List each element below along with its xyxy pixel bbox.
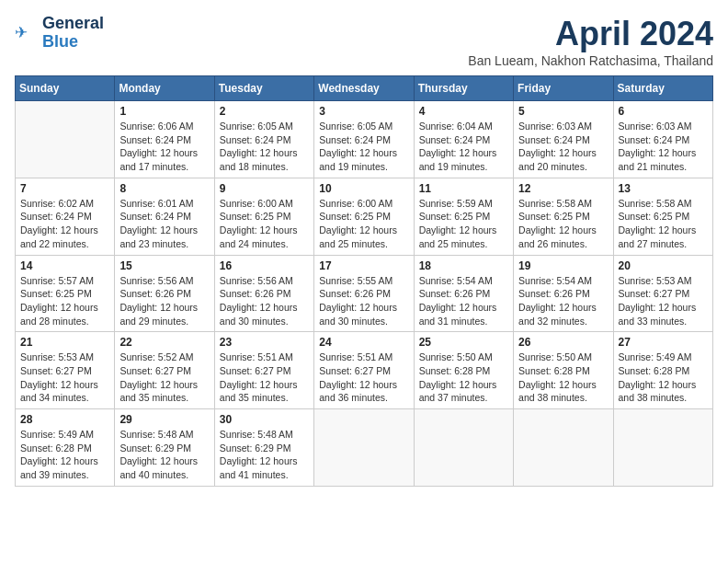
calendar-cell <box>314 409 414 487</box>
day-number: 28 <box>20 413 109 426</box>
calendar-cell <box>16 101 115 178</box>
weekday-header-friday: Friday <box>514 76 613 101</box>
weekday-header-saturday: Saturday <box>613 76 712 101</box>
cell-info: Sunrise: 6:05 AM Sunset: 6:24 PM Dayligh… <box>319 120 408 174</box>
calendar-cell: 25Sunrise: 5:50 AM Sunset: 6:28 PM Dayli… <box>414 332 513 409</box>
calendar-cell <box>514 409 613 487</box>
calendar-week-3: 21Sunrise: 5:53 AM Sunset: 6:27 PM Dayli… <box>16 332 713 409</box>
calendar-cell: 11Sunrise: 5:59 AM Sunset: 6:25 PM Dayli… <box>414 178 513 255</box>
logo: ✈ General Blue <box>15 15 104 52</box>
cell-info: Sunrise: 6:01 AM Sunset: 6:24 PM Dayligh… <box>119 197 209 251</box>
calendar-cell: 14Sunrise: 5:57 AM Sunset: 6:25 PM Dayli… <box>16 255 115 332</box>
day-number: 19 <box>518 259 608 272</box>
cell-info: Sunrise: 6:03 AM Sunset: 6:24 PM Dayligh… <box>518 120 608 174</box>
calendar-cell <box>414 409 513 487</box>
day-number: 9 <box>220 182 309 195</box>
day-number: 27 <box>619 336 708 349</box>
day-number: 3 <box>319 105 408 118</box>
cell-info: Sunrise: 5:58 AM Sunset: 6:25 PM Dayligh… <box>518 197 608 251</box>
cell-info: Sunrise: 5:49 AM Sunset: 6:28 PM Dayligh… <box>619 350 708 405</box>
location: Ban Lueam, Nakhon Ratchasima, Thailand <box>468 53 713 68</box>
cell-info: Sunrise: 5:54 AM Sunset: 6:26 PM Dayligh… <box>518 274 608 328</box>
calendar-cell: 26Sunrise: 5:50 AM Sunset: 6:28 PM Dayli… <box>514 332 613 409</box>
cell-info: Sunrise: 6:00 AM Sunset: 6:25 PM Dayligh… <box>319 197 408 251</box>
day-number: 17 <box>319 259 408 272</box>
calendar-cell: 24Sunrise: 5:51 AM Sunset: 6:27 PM Dayli… <box>314 332 414 409</box>
calendar-cell: 18Sunrise: 5:54 AM Sunset: 6:26 PM Dayli… <box>414 255 513 332</box>
cell-info: Sunrise: 5:53 AM Sunset: 6:27 PM Dayligh… <box>20 350 109 405</box>
calendar-cell: 19Sunrise: 5:54 AM Sunset: 6:26 PM Dayli… <box>514 255 613 332</box>
calendar-week-4: 28Sunrise: 5:49 AM Sunset: 6:28 PM Dayli… <box>16 409 713 487</box>
cell-info: Sunrise: 6:06 AM Sunset: 6:24 PM Dayligh… <box>119 120 209 174</box>
calendar-cell: 10Sunrise: 6:00 AM Sunset: 6:25 PM Dayli… <box>314 178 414 255</box>
weekday-header-thursday: Thursday <box>414 76 513 101</box>
calendar-cell: 21Sunrise: 5:53 AM Sunset: 6:27 PM Dayli… <box>16 332 115 409</box>
cell-info: Sunrise: 6:02 AM Sunset: 6:24 PM Dayligh… <box>20 197 109 251</box>
weekday-header-sunday: Sunday <box>16 76 115 101</box>
day-number: 11 <box>419 182 508 195</box>
logo-blue: Blue <box>42 33 104 52</box>
cell-info: Sunrise: 5:59 AM Sunset: 6:25 PM Dayligh… <box>419 197 508 251</box>
day-number: 4 <box>419 105 508 118</box>
calendar-cell: 29Sunrise: 5:48 AM Sunset: 6:29 PM Dayli… <box>115 409 214 487</box>
cell-info: Sunrise: 5:54 AM Sunset: 6:26 PM Dayligh… <box>419 274 508 328</box>
calendar-cell: 7Sunrise: 6:02 AM Sunset: 6:24 PM Daylig… <box>16 178 115 255</box>
cell-info: Sunrise: 6:03 AM Sunset: 6:24 PM Dayligh… <box>619 120 708 174</box>
calendar-cell: 15Sunrise: 5:56 AM Sunset: 6:26 PM Dayli… <box>115 255 214 332</box>
weekday-header-tuesday: Tuesday <box>214 76 313 101</box>
cell-info: Sunrise: 5:48 AM Sunset: 6:29 PM Dayligh… <box>220 428 309 482</box>
calendar-cell: 6Sunrise: 6:03 AM Sunset: 6:24 PM Daylig… <box>613 101 712 178</box>
calendar-cell: 2Sunrise: 6:05 AM Sunset: 6:24 PM Daylig… <box>214 101 313 178</box>
calendar-cell: 9Sunrise: 6:00 AM Sunset: 6:25 PM Daylig… <box>214 178 313 255</box>
calendar-cell: 8Sunrise: 6:01 AM Sunset: 6:24 PM Daylig… <box>115 178 214 255</box>
weekday-header-row: SundayMondayTuesdayWednesdayThursdayFrid… <box>16 76 713 101</box>
day-number: 22 <box>119 336 209 349</box>
calendar-cell: 28Sunrise: 5:49 AM Sunset: 6:28 PM Dayli… <box>16 409 115 487</box>
calendar-week-1: 7Sunrise: 6:02 AM Sunset: 6:24 PM Daylig… <box>16 178 713 255</box>
day-number: 23 <box>220 336 309 349</box>
calendar-cell: 4Sunrise: 6:04 AM Sunset: 6:24 PM Daylig… <box>414 101 513 178</box>
calendar-cell: 17Sunrise: 5:55 AM Sunset: 6:26 PM Dayli… <box>314 255 414 332</box>
weekday-header-monday: Monday <box>115 76 214 101</box>
cell-info: Sunrise: 5:56 AM Sunset: 6:26 PM Dayligh… <box>220 274 309 328</box>
day-number: 30 <box>220 413 309 426</box>
logo-text: General Blue <box>42 15 104 52</box>
day-number: 16 <box>220 259 309 272</box>
cell-info: Sunrise: 5:56 AM Sunset: 6:26 PM Dayligh… <box>119 274 209 328</box>
day-number: 2 <box>220 105 309 118</box>
calendar-cell: 13Sunrise: 5:58 AM Sunset: 6:25 PM Dayli… <box>613 178 712 255</box>
day-number: 20 <box>619 259 708 272</box>
calendar-cell: 1Sunrise: 6:06 AM Sunset: 6:24 PM Daylig… <box>115 101 214 178</box>
cell-info: Sunrise: 5:50 AM Sunset: 6:28 PM Dayligh… <box>518 350 608 405</box>
day-number: 12 <box>518 182 608 195</box>
day-number: 24 <box>319 336 408 349</box>
title-area: April 2024 Ban Lueam, Nakhon Ratchasima,… <box>468 15 713 68</box>
calendar-cell: 22Sunrise: 5:52 AM Sunset: 6:27 PM Dayli… <box>115 332 214 409</box>
cell-info: Sunrise: 5:52 AM Sunset: 6:27 PM Dayligh… <box>119 350 209 405</box>
calendar-cell: 5Sunrise: 6:03 AM Sunset: 6:24 PM Daylig… <box>514 101 613 178</box>
weekday-header-wednesday: Wednesday <box>314 76 414 101</box>
cell-info: Sunrise: 6:00 AM Sunset: 6:25 PM Dayligh… <box>220 197 309 251</box>
calendar-cell: 23Sunrise: 5:51 AM Sunset: 6:27 PM Dayli… <box>214 332 313 409</box>
calendar-table: SundayMondayTuesdayWednesdayThursdayFrid… <box>15 75 713 487</box>
day-number: 14 <box>20 259 109 272</box>
calendar-cell: 12Sunrise: 5:58 AM Sunset: 6:25 PM Dayli… <box>514 178 613 255</box>
calendar-cell: 16Sunrise: 5:56 AM Sunset: 6:26 PM Dayli… <box>214 255 313 332</box>
day-number: 18 <box>419 259 508 272</box>
day-number: 1 <box>119 105 209 118</box>
day-number: 29 <box>119 413 209 426</box>
day-number: 21 <box>20 336 109 349</box>
cell-info: Sunrise: 5:51 AM Sunset: 6:27 PM Dayligh… <box>319 350 408 405</box>
calendar-week-2: 14Sunrise: 5:57 AM Sunset: 6:25 PM Dayli… <box>16 255 713 332</box>
day-number: 13 <box>619 182 708 195</box>
day-number: 26 <box>518 336 608 349</box>
calendar-cell: 20Sunrise: 5:53 AM Sunset: 6:27 PM Dayli… <box>613 255 712 332</box>
page-header: ✈ General Blue April 2024 Ban Lueam, Nak… <box>15 15 713 68</box>
month-title: April 2024 <box>468 15 713 53</box>
cell-info: Sunrise: 5:48 AM Sunset: 6:29 PM Dayligh… <box>119 428 209 482</box>
cell-info: Sunrise: 5:55 AM Sunset: 6:26 PM Dayligh… <box>319 274 408 328</box>
cell-info: Sunrise: 5:58 AM Sunset: 6:25 PM Dayligh… <box>619 197 708 251</box>
cell-info: Sunrise: 5:49 AM Sunset: 6:28 PM Dayligh… <box>20 428 109 482</box>
cell-info: Sunrise: 5:50 AM Sunset: 6:28 PM Dayligh… <box>419 350 508 405</box>
day-number: 5 <box>518 105 608 118</box>
